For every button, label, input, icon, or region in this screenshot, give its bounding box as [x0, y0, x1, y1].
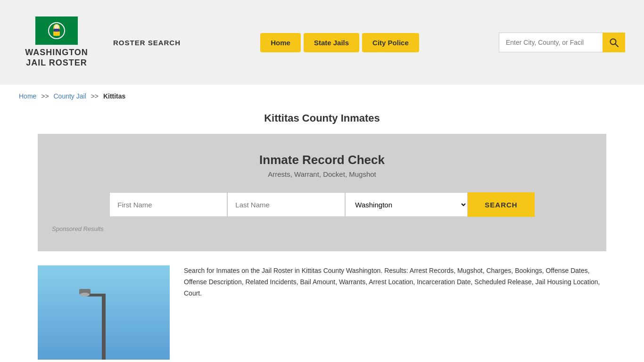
description-image [38, 265, 170, 360]
first-name-input[interactable] [109, 192, 227, 217]
main-nav: Home State Jails City Police [195, 33, 485, 52]
search-submit-button[interactable]: SEARCH [468, 192, 534, 217]
breadcrumb: Home >> County Jail >> Kittitas [0, 85, 644, 107]
sponsored-results-label: Sponsored Results [52, 225, 592, 232]
svg-line-8 [615, 44, 618, 47]
page-title: Kittitas County Inmates [0, 112, 644, 124]
header-search-button[interactable] [603, 33, 625, 52]
street-light-icon [38, 265, 170, 360]
breadcrumb-separator-2: >> [91, 92, 99, 100]
svg-point-5 [54, 25, 59, 29]
washington-flag-icon [35, 16, 78, 45]
breadcrumb-home-link[interactable]: Home [19, 92, 36, 100]
svg-rect-4 [53, 31, 60, 36]
record-check-subtitle: Arrests, Warrant, Docket, Mugshot [52, 170, 592, 178]
state-select[interactable]: AlabamaAlaskaArizonaArkansasCaliforniaCo… [345, 192, 468, 217]
last-name-input[interactable] [227, 192, 345, 217]
header-search-input[interactable] [499, 33, 603, 52]
logo-area: WASHINGTON JAIL ROSTER [19, 16, 94, 68]
roster-search-label: ROSTER SEARCH [113, 39, 181, 47]
nav-city-police-button[interactable]: City Police [362, 33, 419, 52]
record-check-box: Inmate Record Check Arrests, Warrant, Do… [38, 134, 606, 251]
svg-point-13 [80, 293, 90, 296]
record-check-title: Inmate Record Check [52, 153, 592, 167]
description-section: Search for Inmates on the Jail Roster in… [38, 265, 606, 360]
header-search-area [499, 33, 625, 52]
nav-state-jails-button[interactable]: State Jails [304, 33, 359, 52]
svg-rect-6 [54, 29, 59, 32]
logo-text: WASHINGTON JAIL ROSTER [25, 48, 88, 68]
breadcrumb-county-jail-link[interactable]: County Jail [54, 92, 86, 100]
search-icon [609, 38, 619, 47]
site-header: WASHINGTON JAIL ROSTER ROSTER SEARCH Hom… [0, 0, 644, 85]
breadcrumb-separator-1: >> [41, 92, 49, 100]
inmate-search-form: AlabamaAlaskaArizonaArkansasCaliforniaCo… [52, 192, 592, 217]
description-text: Search for Inmates on the Jail Roster in… [184, 265, 606, 299]
breadcrumb-current: Kittitas [103, 92, 125, 100]
nav-home-button[interactable]: Home [260, 33, 301, 52]
svg-rect-10 [102, 294, 106, 360]
